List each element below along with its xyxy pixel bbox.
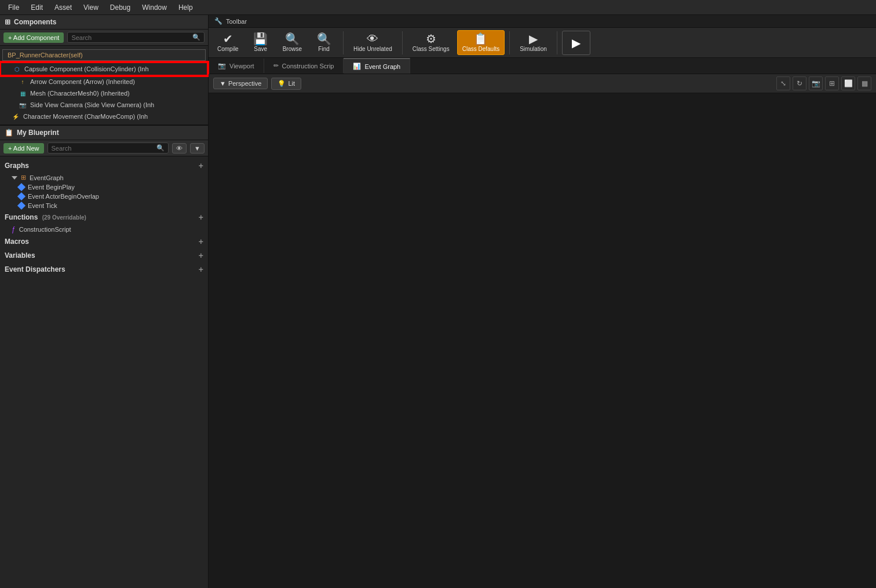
play-button[interactable]: ▶ [562, 31, 590, 55]
component-list: BP_RunnerCharacter(self) ⬡ Capsule Compo… [0, 46, 208, 125]
hide-unrelated-button[interactable]: 👁 Hide Unrelated [348, 30, 397, 55]
list-item[interactable]: ▦ Mesh (CharacterMesh0) (Inherited) [0, 87, 208, 99]
event-graph-item[interactable]: ⊞ EventGraph [0, 173, 208, 182]
add-component-button[interactable]: + Add Component [3, 32, 64, 43]
diamond-icon [17, 183, 25, 191]
blueprint-search-box: 🔍 [48, 143, 169, 154]
toolbar-section: 🔧 Toolbar ✔ Compile 💾 Save 🔍 Browse 🔍 [209, 15, 876, 58]
browse-icon: 🔍 [285, 33, 300, 45]
viewport-area: ▼ Perspective 💡 Lit ⤡ ↻ 📷 ⊞ ⬜ ▦ [209, 74, 876, 588]
perspective-icon: ▼ [220, 80, 226, 87]
grid-icon-btn[interactable]: ⊞ [825, 76, 839, 90]
class-settings-icon: ⚙ [426, 33, 436, 45]
event-graph-label: EventGraph [30, 174, 64, 181]
lit-button[interactable]: 💡 Lit [271, 78, 301, 90]
blueprint-search-input[interactable] [52, 145, 155, 152]
component-label: Capsule Component (CollisionCylinder) (I… [24, 65, 149, 72]
class-defaults-button[interactable]: 📋 Class Defaults [457, 30, 505, 55]
functions-section-header[interactable]: Functions (29 Overridable) + [0, 210, 208, 224]
event-tick-item[interactable]: Event Tick [0, 201, 208, 210]
event-graph-tab-label: Event Graph [364, 63, 400, 70]
components-title: Components [14, 18, 56, 26]
search-icon-bp: 🔍 [156, 144, 165, 152]
event-actor-begin-overlap-item[interactable]: Event ActorBeginOverlap [0, 192, 208, 201]
menu-edit[interactable]: Edit [25, 2, 49, 13]
browse-button[interactable]: 🔍 Browse [278, 30, 307, 55]
construction-script-label: ConstructionScript [19, 226, 71, 233]
class-settings-label: Class Settings [413, 46, 450, 52]
menu-view[interactable]: View [78, 2, 104, 13]
save-label: Save [254, 46, 267, 52]
functions-label-wrap: Functions (29 Overridable) [5, 213, 86, 221]
toolbar-icon: 🔧 [214, 17, 222, 25]
add-new-button[interactable]: + Add New [3, 143, 44, 154]
components-section: ⊞ Components + Add Component 🔍 BP_Runner… [0, 15, 208, 126]
graphs-add-button[interactable]: + [199, 161, 203, 170]
my-blueprint-section: 📋 My Blueprint + Add New 🔍 👁 ▼ Graphs + [0, 126, 208, 588]
search-icon: 🔍 [192, 34, 200, 41]
options-button[interactable]: ▼ [190, 143, 205, 154]
compile-button[interactable]: ✔ Compile [212, 30, 244, 55]
variables-section-header[interactable]: Variables + [0, 249, 208, 262]
diamond-icon [17, 192, 25, 200]
viewport-icons: ⤡ ↻ 📷 ⊞ ⬜ ▦ [776, 76, 871, 90]
list-item[interactable]: ⚡ Character Movement (CharMoveComp) (Inh [0, 111, 208, 122]
viewport-tab-icon: 📷 [218, 62, 226, 70]
tab-viewport[interactable]: 📷 Viewport [209, 59, 264, 73]
menu-help[interactable]: Help [173, 2, 199, 13]
tab-event-graph[interactable]: 📊 Event Graph [344, 58, 410, 74]
toolbar-title: Toolbar [226, 18, 247, 25]
movement-icon: ⚡ [12, 112, 20, 120]
left-panel: ⊞ Components + Add Component 🔍 BP_Runner… [0, 15, 209, 588]
my-blueprint-toolbar: + Add New 🔍 👁 ▼ [0, 140, 208, 156]
toolbar-separator-4 [557, 31, 557, 54]
list-item[interactable]: ↑ Arrow Component (Arrow) (Inherited) [0, 76, 208, 87]
toolbar-separator-1 [343, 31, 344, 54]
variables-add-button[interactable]: + [199, 251, 203, 260]
component-root-item[interactable]: BP_RunnerCharacter(self) [2, 49, 206, 61]
menu-bar: File Edit Asset View Debug Window Help [0, 0, 876, 15]
components-search-box: 🔍 [67, 32, 205, 43]
event-begin-play-item[interactable]: Event BeginPlay [0, 182, 208, 192]
functions-add-button[interactable]: + [199, 213, 203, 222]
lit-label: Lit [288, 80, 295, 87]
menu-debug[interactable]: Debug [104, 2, 136, 13]
menu-file[interactable]: File [2, 2, 25, 13]
menu-asset[interactable]: Asset [49, 2, 78, 13]
save-button[interactable]: 💾 Save [246, 30, 275, 55]
camera-icon-btn[interactable]: 📷 [809, 76, 823, 90]
event-graph-tab-icon: 📊 [353, 63, 361, 70]
list-item[interactable]: 📷 Side View Camera (Side View Camera) (I… [0, 99, 208, 111]
tabs-bar: 📷 Viewport ✏ Construction Scrip 📊 Event … [209, 58, 876, 74]
menu-window[interactable]: Window [136, 2, 173, 13]
maximize-icon-btn[interactable]: ⤡ [776, 76, 790, 90]
find-button[interactable]: 🔍 Find [309, 30, 338, 55]
toolbar-label: 🔧 Toolbar [209, 15, 876, 28]
visibility-button[interactable]: 👁 [172, 143, 187, 154]
construction-script-item[interactable]: ƒ ConstructionScript [0, 224, 208, 235]
event-dispatchers-add-button[interactable]: + [199, 265, 203, 274]
perspective-dropdown[interactable]: ▼ Perspective [213, 78, 268, 89]
perspective-label: Perspective [228, 80, 261, 87]
graphs-section-header[interactable]: Graphs + [0, 159, 208, 173]
tab-construction-script[interactable]: ✏ Construction Scrip [264, 59, 344, 73]
event-dispatchers-section-header[interactable]: Event Dispatchers + [0, 262, 208, 276]
macros-section-header[interactable]: Macros + [0, 235, 208, 249]
construction-tab-label: Construction Scrip [282, 63, 334, 70]
event-actor-begin-overlap-label: Event ActorBeginOverlap [28, 193, 99, 200]
func-icon: ƒ [12, 225, 16, 233]
list-item[interactable]: ⬡ Capsule Component (CollisionCylinder) … [0, 62, 208, 76]
simulation-label: Simulation [520, 46, 547, 52]
components-toolbar: + Add Component 🔍 [0, 30, 208, 46]
frame-icon-btn[interactable]: ⬜ [841, 76, 855, 90]
expand-icon [12, 176, 17, 180]
components-search-input[interactable] [71, 34, 190, 41]
simulation-button[interactable]: ▶ Simulation [514, 30, 552, 55]
layout-icon-btn[interactable]: ▦ [857, 76, 871, 90]
class-settings-button[interactable]: ⚙ Class Settings [407, 30, 455, 55]
rotate-icon-btn[interactable]: ↻ [793, 76, 806, 90]
toolbar-items: ✔ Compile 💾 Save 🔍 Browse 🔍 Find [209, 28, 876, 57]
compile-icon: ✔ [223, 33, 233, 45]
browse-label: Browse [283, 46, 302, 52]
macros-add-button[interactable]: + [199, 237, 203, 246]
